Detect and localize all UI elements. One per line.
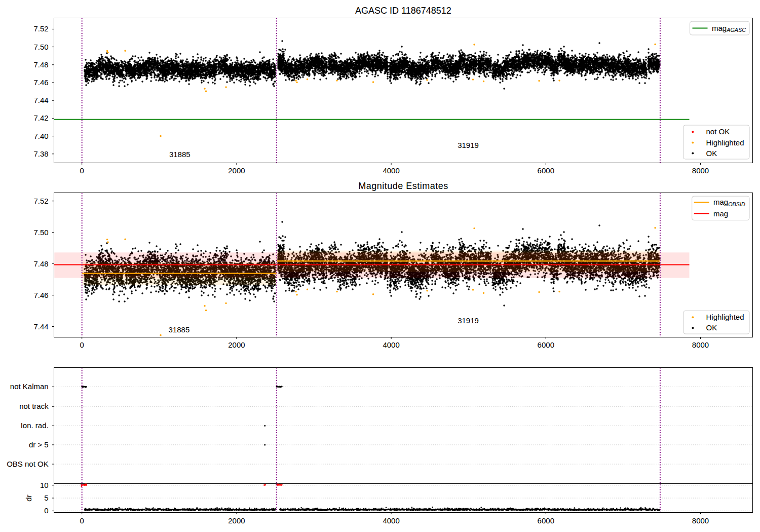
svg-text:7.52: 7.52: [33, 197, 48, 205]
svg-text:10: 10: [40, 481, 49, 489]
svg-text:7.44: 7.44: [33, 322, 48, 331]
svg-text:Magnitude Estimates: Magnitude Estimates: [358, 181, 448, 191]
svg-text:not Kalman: not Kalman: [10, 382, 49, 391]
svg-text:4000: 4000: [383, 166, 399, 175]
svg-text:dr > 5: dr > 5: [29, 440, 49, 449]
svg-text:7.44: 7.44: [33, 96, 48, 104]
svg-text:31919: 31919: [458, 141, 479, 149]
svg-text:6000: 6000: [538, 340, 554, 349]
svg-text:0: 0: [80, 516, 84, 525]
svg-text:Highlighted: Highlighted: [706, 138, 744, 147]
svg-text:8000: 8000: [692, 516, 709, 525]
svg-text:7.48: 7.48: [33, 60, 48, 69]
svg-text:7.52: 7.52: [33, 24, 48, 33]
svg-text:4000: 4000: [383, 340, 399, 349]
svg-text:2000: 2000: [228, 166, 245, 175]
svg-text:7.50: 7.50: [33, 43, 48, 51]
svg-text:2000: 2000: [228, 516, 245, 525]
svg-text:not OK: not OK: [706, 127, 730, 136]
svg-text:OBS not OK: OBS not OK: [7, 460, 49, 468]
svg-text:7.48: 7.48: [33, 259, 48, 268]
svg-text:6000: 6000: [538, 166, 554, 175]
svg-text:7.40: 7.40: [33, 132, 48, 140]
svg-text:0: 0: [80, 340, 84, 349]
svg-text:Highlighted: Highlighted: [706, 313, 744, 321]
svg-text:AGASC ID 1186748512: AGASC ID 1186748512: [355, 6, 451, 16]
svg-text:7.50: 7.50: [33, 228, 48, 237]
svg-text:7.46: 7.46: [33, 291, 48, 299]
svg-text:31919: 31919: [458, 316, 479, 325]
svg-text:dr: dr: [24, 495, 33, 501]
svg-text:Ion. rad.: Ion. rad.: [21, 421, 49, 430]
svg-text:2000: 2000: [228, 340, 245, 349]
svg-text:31885: 31885: [169, 325, 190, 334]
svg-text:7.42: 7.42: [33, 113, 48, 122]
svg-text:OK: OK: [706, 323, 717, 332]
svg-text:6000: 6000: [538, 516, 554, 525]
svg-text:4000: 4000: [383, 516, 399, 525]
svg-text:7.46: 7.46: [33, 78, 48, 87]
svg-text:31885: 31885: [169, 150, 191, 159]
svg-text:not track: not track: [19, 402, 49, 410]
svg-text:OK: OK: [706, 149, 717, 158]
svg-text:8000: 8000: [692, 340, 709, 349]
svg-text:7.38: 7.38: [33, 149, 48, 158]
svg-text:5: 5: [44, 493, 48, 502]
svg-text:0: 0: [44, 506, 48, 515]
svg-text:8000: 8000: [692, 166, 709, 175]
svg-text:mag: mag: [713, 209, 728, 218]
svg-text:0: 0: [80, 166, 84, 175]
